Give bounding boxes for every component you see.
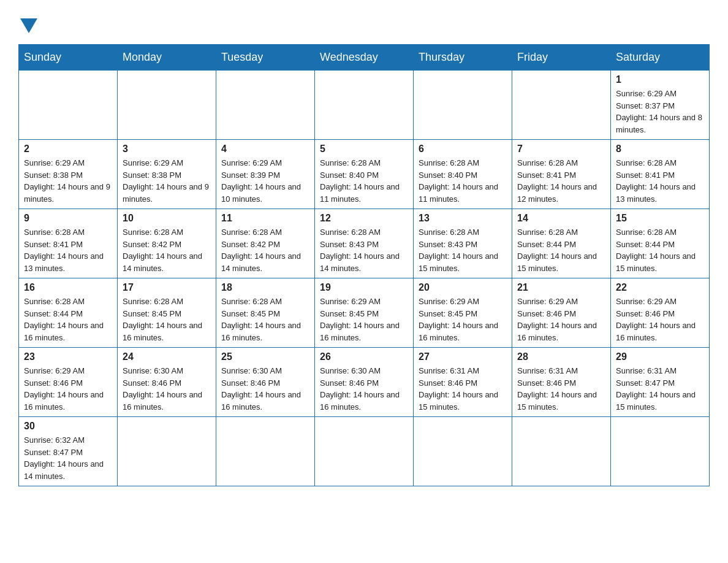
day-info: Sunrise: 6:29 AMSunset: 8:37 PMDaylight:… xyxy=(616,88,704,136)
weekday-header-tuesday: Tuesday xyxy=(216,45,315,71)
calendar-cell: 7Sunrise: 6:28 AMSunset: 8:41 PMDaylight… xyxy=(512,140,611,209)
calendar-cell: 14Sunrise: 6:28 AMSunset: 8:44 PMDayligh… xyxy=(512,209,611,278)
calendar-cell: 11Sunrise: 6:28 AMSunset: 8:42 PMDayligh… xyxy=(216,209,315,278)
calendar-week-6: 30Sunrise: 6:32 AMSunset: 8:47 PMDayligh… xyxy=(19,417,710,486)
calendar-cell: 10Sunrise: 6:28 AMSunset: 8:42 PMDayligh… xyxy=(118,209,216,278)
day-number: 1 xyxy=(616,74,704,85)
calendar-cell: 3Sunrise: 6:29 AMSunset: 8:38 PMDaylight… xyxy=(118,140,216,209)
calendar-cell: 15Sunrise: 6:28 AMSunset: 8:44 PMDayligh… xyxy=(611,209,710,278)
calendar-cell: 6Sunrise: 6:28 AMSunset: 8:40 PMDaylight… xyxy=(414,140,512,209)
calendar-cell: 28Sunrise: 6:31 AMSunset: 8:46 PMDayligh… xyxy=(512,348,611,417)
day-number: 3 xyxy=(123,144,211,155)
day-info: Sunrise: 6:28 AMSunset: 8:42 PMDaylight:… xyxy=(221,226,309,274)
day-number: 15 xyxy=(616,213,704,224)
calendar-week-1: 1Sunrise: 6:29 AMSunset: 8:37 PMDaylight… xyxy=(19,71,710,140)
day-info: Sunrise: 6:28 AMSunset: 8:45 PMDaylight:… xyxy=(221,296,309,343)
day-info: Sunrise: 6:28 AMSunset: 8:44 PMDaylight:… xyxy=(517,226,605,274)
day-info: Sunrise: 6:29 AMSunset: 8:38 PMDaylight:… xyxy=(24,157,112,205)
calendar-table: SundayMondayTuesdayWednesdayThursdayFrid… xyxy=(18,44,710,486)
day-number: 30 xyxy=(24,421,112,432)
calendar-cell: 22Sunrise: 6:29 AMSunset: 8:46 PMDayligh… xyxy=(611,278,710,348)
calendar-cell xyxy=(118,71,216,140)
day-info: Sunrise: 6:28 AMSunset: 8:40 PMDaylight:… xyxy=(419,157,507,205)
day-number: 8 xyxy=(616,144,704,155)
day-number: 22 xyxy=(616,282,704,293)
day-number: 9 xyxy=(24,213,112,224)
day-info: Sunrise: 6:28 AMSunset: 8:40 PMDaylight:… xyxy=(320,157,408,205)
calendar-cell: 17Sunrise: 6:28 AMSunset: 8:45 PMDayligh… xyxy=(118,278,216,348)
day-number: 10 xyxy=(123,213,211,224)
day-number: 13 xyxy=(419,213,507,224)
calendar-cell: 27Sunrise: 6:31 AMSunset: 8:46 PMDayligh… xyxy=(414,348,512,417)
calendar-cell xyxy=(216,71,315,140)
day-info: Sunrise: 6:30 AMSunset: 8:46 PMDaylight:… xyxy=(221,365,309,413)
day-info: Sunrise: 6:28 AMSunset: 8:41 PMDaylight:… xyxy=(517,157,605,205)
day-number: 4 xyxy=(221,144,309,155)
day-info: Sunrise: 6:29 AMSunset: 8:46 PMDaylight:… xyxy=(517,296,605,343)
day-number: 17 xyxy=(123,282,211,293)
day-info: Sunrise: 6:28 AMSunset: 8:42 PMDaylight:… xyxy=(123,226,211,274)
day-info: Sunrise: 6:28 AMSunset: 8:41 PMDaylight:… xyxy=(24,226,112,274)
day-info: Sunrise: 6:29 AMSunset: 8:45 PMDaylight:… xyxy=(320,296,408,343)
calendar-cell xyxy=(118,417,216,486)
calendar-cell: 8Sunrise: 6:28 AMSunset: 8:41 PMDaylight… xyxy=(611,140,710,209)
day-info: Sunrise: 6:28 AMSunset: 8:44 PMDaylight:… xyxy=(616,226,704,274)
calendar-cell xyxy=(414,417,512,486)
calendar-cell: 25Sunrise: 6:30 AMSunset: 8:46 PMDayligh… xyxy=(216,348,315,417)
logo xyxy=(18,18,37,32)
day-info: Sunrise: 6:28 AMSunset: 8:45 PMDaylight:… xyxy=(123,296,211,343)
day-info: Sunrise: 6:29 AMSunset: 8:39 PMDaylight:… xyxy=(221,157,309,205)
day-number: 24 xyxy=(123,351,211,362)
calendar-cell xyxy=(315,71,414,140)
day-info: Sunrise: 6:31 AMSunset: 8:46 PMDaylight:… xyxy=(517,365,605,413)
day-number: 29 xyxy=(616,351,704,362)
day-number: 21 xyxy=(517,282,605,293)
calendar-cell: 18Sunrise: 6:28 AMSunset: 8:45 PMDayligh… xyxy=(216,278,315,348)
day-info: Sunrise: 6:29 AMSunset: 8:45 PMDaylight:… xyxy=(419,296,507,343)
day-info: Sunrise: 6:30 AMSunset: 8:46 PMDaylight:… xyxy=(123,365,211,413)
day-number: 23 xyxy=(24,351,112,362)
calendar-cell xyxy=(216,417,315,486)
calendar-cell: 9Sunrise: 6:28 AMSunset: 8:41 PMDaylight… xyxy=(19,209,118,278)
day-info: Sunrise: 6:30 AMSunset: 8:46 PMDaylight:… xyxy=(320,365,408,413)
day-number: 25 xyxy=(221,351,309,362)
weekday-header-friday: Friday xyxy=(512,45,611,71)
day-info: Sunrise: 6:31 AMSunset: 8:46 PMDaylight:… xyxy=(419,365,507,413)
day-info: Sunrise: 6:29 AMSunset: 8:46 PMDaylight:… xyxy=(616,296,704,343)
svg-marker-0 xyxy=(20,18,37,33)
calendar-cell: 12Sunrise: 6:28 AMSunset: 8:43 PMDayligh… xyxy=(315,209,414,278)
calendar-header-row: SundayMondayTuesdayWednesdayThursdayFrid… xyxy=(19,45,710,71)
calendar-cell: 26Sunrise: 6:30 AMSunset: 8:46 PMDayligh… xyxy=(315,348,414,417)
weekday-header-thursday: Thursday xyxy=(414,45,512,71)
calendar-cell: 19Sunrise: 6:29 AMSunset: 8:45 PMDayligh… xyxy=(315,278,414,348)
calendar-cell xyxy=(19,71,118,140)
weekday-header-sunday: Sunday xyxy=(19,45,118,71)
day-number: 26 xyxy=(320,351,408,362)
day-info: Sunrise: 6:28 AMSunset: 8:41 PMDaylight:… xyxy=(616,157,704,205)
calendar-cell xyxy=(315,417,414,486)
day-number: 12 xyxy=(320,213,408,224)
day-number: 27 xyxy=(419,351,507,362)
day-info: Sunrise: 6:28 AMSunset: 8:43 PMDaylight:… xyxy=(419,226,507,274)
day-info: Sunrise: 6:29 AMSunset: 8:38 PMDaylight:… xyxy=(123,157,211,205)
day-number: 20 xyxy=(419,282,507,293)
calendar-cell xyxy=(414,71,512,140)
day-info: Sunrise: 6:28 AMSunset: 8:44 PMDaylight:… xyxy=(24,296,112,343)
calendar-cell: 4Sunrise: 6:29 AMSunset: 8:39 PMDaylight… xyxy=(216,140,315,209)
weekday-header-monday: Monday xyxy=(118,45,216,71)
calendar-cell: 24Sunrise: 6:30 AMSunset: 8:46 PMDayligh… xyxy=(118,348,216,417)
calendar-week-4: 16Sunrise: 6:28 AMSunset: 8:44 PMDayligh… xyxy=(19,278,710,348)
day-number: 19 xyxy=(320,282,408,293)
calendar-cell: 1Sunrise: 6:29 AMSunset: 8:37 PMDaylight… xyxy=(611,71,710,140)
calendar-cell: 30Sunrise: 6:32 AMSunset: 8:47 PMDayligh… xyxy=(19,417,118,486)
calendar-cell: 13Sunrise: 6:28 AMSunset: 8:43 PMDayligh… xyxy=(414,209,512,278)
day-number: 5 xyxy=(320,144,408,155)
day-number: 7 xyxy=(517,144,605,155)
calendar-cell: 23Sunrise: 6:29 AMSunset: 8:46 PMDayligh… xyxy=(19,348,118,417)
day-number: 11 xyxy=(221,213,309,224)
logo-triangle-icon xyxy=(20,18,37,33)
weekday-header-saturday: Saturday xyxy=(611,45,710,71)
weekday-header-wednesday: Wednesday xyxy=(315,45,414,71)
day-number: 6 xyxy=(419,144,507,155)
day-info: Sunrise: 6:28 AMSunset: 8:43 PMDaylight:… xyxy=(320,226,408,274)
